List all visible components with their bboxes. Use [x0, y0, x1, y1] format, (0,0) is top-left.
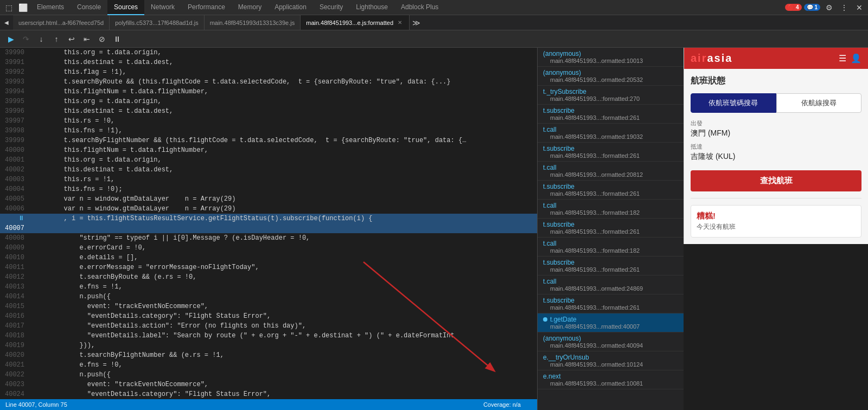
settings-icon[interactable]: ⚙	[822, 1, 835, 14]
callstack-item[interactable]: t.callmain.48f8451993...ormatted:19032	[538, 124, 684, 143]
debug-pause-exceptions[interactable]: ⏸	[111, 33, 124, 46]
toolbar-right: 🚫 4 💬 1 ⚙ ⋮ ✕	[785, 1, 866, 14]
code-line-40015[interactable]: 40015 event: "trackEventNoEcommerce",	[0, 302, 537, 311]
code-line-40004[interactable]: 40004 this.fns = !0);	[0, 184, 537, 194]
callstack-scroll[interactable]: (anonymous)main.48f8451993...ormatted:10…	[538, 48, 684, 410]
code-line-40006[interactable]: 40006 var n = window.gtmDataLayer n = Ar…	[0, 204, 537, 214]
callstack-item[interactable]: t.subscribemain.48f8451993...:formatted:…	[538, 219, 684, 238]
code-line-39990[interactable]: 39990 this.org = t.data.origin,	[0, 48, 537, 57]
callstack-item[interactable]: e.nextmain.48f8451993...ormatted:10081	[538, 370, 684, 389]
code-line-40022[interactable]: 40022 n.push({	[0, 370, 537, 380]
code-line-39995[interactable]: 39995 this.org = t.data.origin,	[0, 97, 537, 106]
code-line-40019[interactable]: 40019 })),	[0, 341, 537, 350]
code-line-40018[interactable]: 40018 "eventDetails.label": "Search by r…	[0, 331, 537, 341]
callstack-item[interactable]: t.subscribemain.48f8451993...:formatted:…	[538, 257, 684, 276]
tab-sources[interactable]: Sources	[107, 0, 144, 15]
code-line-39999[interactable]: 39999 t.searchByFlightNumber && (this.fl…	[0, 136, 537, 145]
debug-step[interactable]: ↩	[65, 33, 78, 46]
code-line-39994[interactable]: 39994 this.flightNum = t.data.flightNumb…	[0, 87, 537, 97]
line-content: e.details = [],	[30, 253, 537, 262]
file-tab-3[interactable]: main.48f8451993...e.js:formatted ✕	[301, 15, 410, 30]
debug-stepover[interactable]: ↷	[20, 33, 33, 46]
callstack-item[interactable]: t.subscribemain.48f8451993...:formatted:…	[538, 143, 684, 162]
search-tab-code[interactable]: 依航班號碼搜尋	[691, 93, 776, 113]
code-line-40003[interactable]: 40003 this.rs = !1,	[0, 175, 537, 184]
code-line-40008[interactable]: 40008 "string" == typeof i || i[0].Messa…	[0, 233, 537, 243]
debug-resume[interactable]: ▶	[4, 33, 17, 46]
code-line-39993[interactable]: 39993 t.searchByRoute && (this.flightCod…	[0, 77, 537, 87]
menu-icon[interactable]: ☰	[839, 53, 846, 63]
inspect-icon[interactable]: ⬚	[2, 1, 15, 14]
file-tab-1[interactable]: polyfills.c5373...17f6488ad1d.js	[110, 15, 205, 30]
top-toolbar: ⬚ ⬜ Elements Console Sources Network Per…	[0, 0, 868, 15]
code-line-40007[interactable]: ⏸ 40007 , i = this.flightStatusResultSer…	[0, 214, 537, 233]
file-tab-2[interactable]: main.48f8451993d13313c39e.js	[205, 15, 301, 30]
code-line-40012[interactable]: 40012 t.searchByRoute && (e.rs = !0,	[0, 272, 537, 282]
code-line-39991[interactable]: 39991 this.destinat = t.data.dest,	[0, 57, 537, 67]
profile-icon[interactable]: 👤	[851, 53, 861, 63]
code-line-40000[interactable]: 40000 this.flightNum = t.data.flightNumb…	[0, 145, 537, 155]
tab-performance[interactable]: Performance	[181, 0, 232, 15]
tab-memory[interactable]: Memory	[232, 0, 268, 15]
right-panel-header: airasia ☰ 👤	[684, 48, 868, 69]
callstack-item[interactable]: t.getDatemain.48f8451993...rmatted:40007	[538, 313, 684, 332]
code-line-40017[interactable]: 40017 "eventDetails.action": "Error (no …	[0, 321, 537, 331]
code-line-39998[interactable]: 39998 this.fns = !1),	[0, 126, 537, 136]
back-icon[interactable]: ◀	[0, 16, 13, 29]
callstack-func: t.subscribe	[543, 145, 678, 152]
callstack-item[interactable]: t._trySubscribemain.48f8451993...:format…	[538, 86, 684, 105]
code-line-39997[interactable]: 39997 this.rs = !0,	[0, 116, 537, 126]
code-line-40021[interactable]: 40021 e.fns = !0,	[0, 360, 537, 370]
line-content: t.searchByRoute && (e.rs = !0,	[30, 272, 537, 282]
callstack-item[interactable]: t.subscribemain.48f8451993...:formatted:…	[538, 105, 684, 124]
debug-stepout[interactable]: ↑	[50, 33, 63, 46]
code-line-40005[interactable]: 40005 var n = window.gtmDataLayer n = Ar…	[0, 194, 537, 204]
callstack-item[interactable]: t.callmain.48f8451993...ormatted:24869	[538, 276, 684, 294]
callstack-item[interactable]: t.callmain.48f8451993...ormatted:20812	[538, 162, 684, 181]
tab-adblock[interactable]: Adblock Plus	[394, 0, 445, 15]
code-line-40024[interactable]: 40024 "eventDetails.category": "Flight S…	[0, 389, 537, 399]
callstack-item[interactable]: (anonymous)main.48f8451993...ormatted:40…	[538, 332, 684, 351]
debug-stepback[interactable]: ⇤	[80, 33, 93, 46]
callstack-item[interactable]: t.callmain.48f8451993...:formatted:182	[538, 200, 684, 219]
callstack-item[interactable]: t.callmain.48f8451993...:formatted:182	[538, 238, 684, 257]
code-line-39992[interactable]: 39992 this.flag = !1),	[0, 67, 537, 77]
debug-deactivate[interactable]: ⊘	[95, 33, 108, 46]
callstack-loc: main.48f8451993...:formatted:261	[543, 304, 678, 311]
callstack-item[interactable]: (anonymous)main.48f8451993...ormatted:10…	[538, 48, 684, 67]
tab-lighthouse[interactable]: Lighthouse	[349, 0, 394, 15]
tab-network[interactable]: Network	[144, 0, 181, 15]
tab-elements[interactable]: Elements	[30, 0, 71, 15]
code-line-40011[interactable]: 40011 e.errorMessage = "errorMessage-noF…	[0, 262, 537, 272]
tab-security[interactable]: Security	[313, 0, 349, 15]
tab-application[interactable]: Application	[268, 0, 313, 15]
device-icon[interactable]: ⬜	[16, 1, 29, 14]
callstack-func: t.call	[543, 202, 678, 209]
search-tab-route[interactable]: 依航線搜尋	[776, 93, 862, 113]
code-line-40001[interactable]: 40001 this.org = t.data.origin,	[0, 155, 537, 165]
code-line-39996[interactable]: 39996 this.destinat = t.data.dest,	[0, 106, 537, 116]
code-line-40010[interactable]: 40010 e.details = [],	[0, 253, 537, 262]
code-line-40013[interactable]: 40013 e.fns = !1,	[0, 282, 537, 292]
callstack-item[interactable]: (anonymous)main.48f8451993...ormatted:20…	[538, 67, 684, 86]
code-line-40020[interactable]: 40020 t.searchByFlightNumber && (e.rs = …	[0, 350, 537, 360]
callstack-item[interactable]: e.__tryOrUnsubmain.48f8451993...ormatted…	[538, 351, 684, 370]
tab-console[interactable]: Console	[71, 0, 107, 15]
file-tabs-more[interactable]: ≫	[410, 16, 423, 29]
file-tab-close[interactable]: ✕	[396, 19, 404, 27]
airline-logo: airasia	[691, 52, 732, 65]
status-line: Line 40007, Column 75	[5, 401, 67, 408]
callstack-item[interactable]: t.subscribemain.48f8451993...:formatted:…	[538, 181, 684, 200]
close-devtools-icon[interactable]: ✕	[853, 1, 866, 14]
file-tab-0[interactable]: userscript.html...a-f667feecd75d	[13, 15, 110, 30]
code-line-40023[interactable]: 40023 event: "trackEventNoEcommerce",	[0, 380, 537, 389]
debug-stepinto[interactable]: ↓	[35, 33, 48, 46]
code-line-40002[interactable]: 40002 this.destinat = t.data.dest,	[0, 165, 537, 175]
code-content[interactable]: 39985 },39986 t.prototype.getData = func…	[0, 48, 537, 399]
code-line-40014[interactable]: 40014 n.push({	[0, 292, 537, 302]
search-flights-button[interactable]: 查找航班	[691, 170, 861, 191]
callstack-item[interactable]: t.subscribemain.48f8451993...:formatted:…	[538, 294, 684, 313]
code-line-40009[interactable]: 40009 e.errorCard = !0,	[0, 243, 537, 253]
code-line-40016[interactable]: 40016 "eventDetails.category": "Flight S…	[0, 311, 537, 321]
more-icon[interactable]: ⋮	[838, 1, 851, 14]
